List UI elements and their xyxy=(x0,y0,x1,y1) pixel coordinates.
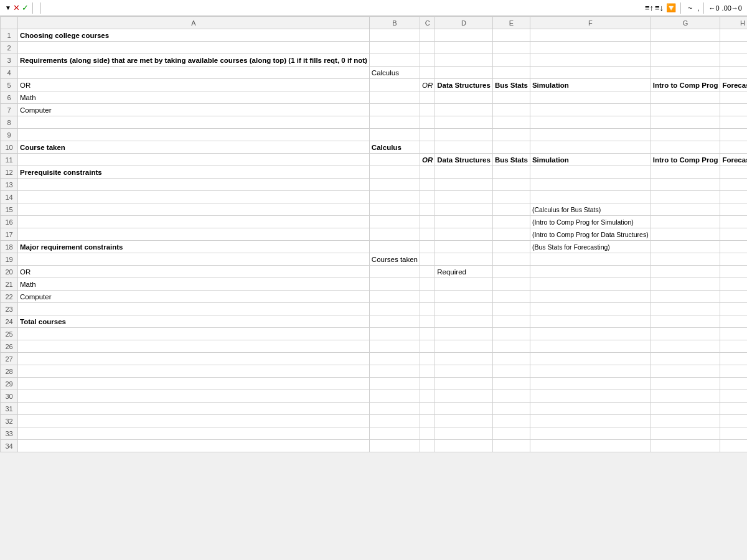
cell-22-H[interactable] xyxy=(720,291,747,303)
cell-28-F[interactable] xyxy=(530,365,651,378)
cell-12-B[interactable] xyxy=(369,166,420,179)
cell-26-G[interactable] xyxy=(651,340,720,353)
cell-10-B[interactable]: Calculus xyxy=(369,141,420,154)
cell-8-D[interactable] xyxy=(435,116,493,129)
cell-8-G[interactable] xyxy=(651,116,720,129)
cell-13-G[interactable] xyxy=(651,179,720,191)
cell-6-A[interactable]: Math xyxy=(18,91,370,104)
cell-26-E[interactable] xyxy=(492,340,530,353)
cell-13-H[interactable] xyxy=(720,179,747,191)
cell-15-G[interactable] xyxy=(651,203,720,216)
filter-icon[interactable]: 🔽 xyxy=(666,3,676,12)
cell-15-F[interactable]: (Calculus for Bus Stats) xyxy=(530,203,651,216)
cell-14-H[interactable] xyxy=(720,191,747,203)
cell-1-G[interactable] xyxy=(651,29,720,42)
cell-11-F[interactable]: Simulation xyxy=(530,154,651,166)
cell-3-G[interactable] xyxy=(651,54,720,67)
cell-11-E[interactable]: Bus Stats xyxy=(492,154,530,166)
cell-1-A[interactable]: Choosing college courses xyxy=(18,29,370,42)
cell-18-D[interactable] xyxy=(435,241,493,253)
cell-16-G[interactable] xyxy=(651,216,720,228)
cell-18-A[interactable]: Major requirement constraints xyxy=(18,241,370,253)
cell-2-E[interactable] xyxy=(492,42,530,54)
cell-8-H[interactable] xyxy=(720,116,747,129)
cell-2-H[interactable] xyxy=(720,42,747,54)
cell-14-G[interactable] xyxy=(651,191,720,203)
cell-22-C[interactable] xyxy=(420,291,435,303)
cell-2-F[interactable] xyxy=(530,42,651,54)
cell-27-A[interactable] xyxy=(18,353,370,365)
cell-20-C[interactable] xyxy=(420,266,435,278)
cell-32-E[interactable] xyxy=(492,415,530,427)
cell-6-H[interactable] xyxy=(720,91,747,104)
cell-34-F[interactable] xyxy=(530,440,651,452)
cell-28-G[interactable] xyxy=(651,365,720,378)
toolbar-check-btn[interactable]: ✓ xyxy=(22,3,29,12)
cell-9-F[interactable] xyxy=(530,129,651,141)
cell-34-H[interactable] xyxy=(720,440,747,452)
cell-13-B[interactable] xyxy=(369,179,420,191)
cell-4-A[interactable] xyxy=(18,67,370,79)
formula-input[interactable] xyxy=(45,4,641,12)
cell-19-F[interactable] xyxy=(530,253,651,266)
cell-17-G[interactable] xyxy=(651,228,720,241)
cell-21-F[interactable] xyxy=(530,278,651,291)
cell-1-B[interactable] xyxy=(369,29,420,42)
cell-7-A[interactable]: Computer xyxy=(18,104,370,116)
cell-32-B[interactable] xyxy=(369,415,420,427)
cell-19-B[interactable]: Courses taken xyxy=(369,253,420,266)
cell-4-F[interactable] xyxy=(530,67,651,79)
cell-9-G[interactable] xyxy=(651,129,720,141)
col-header-D[interactable]: D xyxy=(435,17,493,29)
cell-1-D[interactable] xyxy=(435,29,493,42)
cell-29-A[interactable] xyxy=(18,378,370,390)
cell-31-E[interactable] xyxy=(492,403,530,415)
cell-12-C[interactable] xyxy=(420,166,435,179)
cell-2-C[interactable] xyxy=(420,42,435,54)
cell-10-G[interactable] xyxy=(651,141,720,154)
cell-18-G[interactable] xyxy=(651,241,720,253)
cell-22-D[interactable] xyxy=(435,291,493,303)
cell-24-A[interactable]: Total courses xyxy=(18,315,370,328)
cell-4-C[interactable] xyxy=(420,67,435,79)
cell-8-C[interactable] xyxy=(420,116,435,129)
sort-asc-icon[interactable]: ≡↑ xyxy=(645,3,654,12)
cell-5-E[interactable]: Bus Stats xyxy=(492,79,530,91)
col-header-H[interactable]: H xyxy=(720,17,747,29)
cell-27-G[interactable] xyxy=(651,353,720,365)
cell-30-B[interactable] xyxy=(369,390,420,403)
cell-9-D[interactable] xyxy=(435,129,493,141)
cell-2-A[interactable] xyxy=(18,42,370,54)
cell-11-B[interactable] xyxy=(369,154,420,166)
cell-32-H[interactable] xyxy=(720,415,747,427)
cell-19-C[interactable] xyxy=(420,253,435,266)
cell-29-B[interactable] xyxy=(369,378,420,390)
cell-13-D[interactable] xyxy=(435,179,493,191)
cell-10-C[interactable] xyxy=(420,141,435,154)
col-header-A[interactable]: A xyxy=(18,17,370,29)
cell-12-D[interactable] xyxy=(435,166,493,179)
cell-5-B[interactable] xyxy=(369,79,420,91)
cell-33-D[interactable] xyxy=(435,427,493,440)
cell-21-B[interactable] xyxy=(369,278,420,291)
cell-5-F[interactable]: Simulation xyxy=(530,79,651,91)
cell-13-F[interactable] xyxy=(530,179,651,191)
cell-21-H[interactable] xyxy=(720,278,747,291)
cell-29-D[interactable] xyxy=(435,378,493,390)
cell-14-E[interactable] xyxy=(492,191,530,203)
cell-32-D[interactable] xyxy=(435,415,493,427)
cell-20-A[interactable]: OR xyxy=(18,266,370,278)
cell-25-B[interactable] xyxy=(369,328,420,340)
cell-24-F[interactable] xyxy=(530,315,651,328)
cell-3-C[interactable] xyxy=(420,54,435,67)
cell-19-H[interactable] xyxy=(720,253,747,266)
cell-16-F[interactable]: (Intro to Comp Prog for Simulation) xyxy=(530,216,651,228)
cell-23-C[interactable] xyxy=(420,303,435,315)
cell-4-E[interactable] xyxy=(492,67,530,79)
cell-29-F[interactable] xyxy=(530,378,651,390)
cell-6-F[interactable] xyxy=(530,91,651,104)
cell-22-G[interactable] xyxy=(651,291,720,303)
cell-26-A[interactable] xyxy=(18,340,370,353)
cell-17-H[interactable] xyxy=(720,228,747,241)
cell-9-H[interactable] xyxy=(720,129,747,141)
